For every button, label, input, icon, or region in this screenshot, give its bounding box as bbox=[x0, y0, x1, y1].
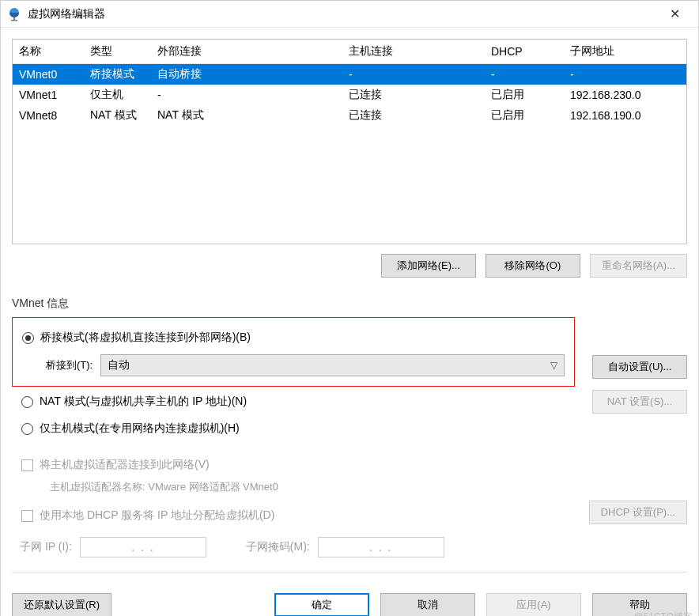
auto-settings-button[interactable]: 自动设置(U)... bbox=[592, 355, 687, 379]
cell-dhcp: 已启用 bbox=[485, 85, 564, 105]
ok-button[interactable]: 确定 bbox=[274, 593, 369, 616]
restore-defaults-button[interactable]: 还原默认设置(R) bbox=[12, 593, 111, 616]
subnet-mask-label: 子网掩码(M): bbox=[246, 540, 310, 554]
svg-rect-1 bbox=[13, 17, 15, 20]
cell-type: 仅主机 bbox=[84, 85, 151, 105]
virtual-network-editor-window: 虚拟网络编辑器 ✕ 名称 类型 外部连接 主机连接 DHCP 子网地址 bbox=[0, 0, 699, 616]
cell-subnet: - bbox=[564, 64, 686, 85]
use-local-dhcp-checkbox: 使用本地 DHCP 服务将 IP 地址分配给虚拟机(D) bbox=[21, 504, 575, 527]
cell-external: NAT 模式 bbox=[151, 105, 342, 126]
connect-host-adapter-checkbox: 将主机虚拟适配器连接到此网络(V) bbox=[21, 453, 687, 477]
subnet-ip-label: 子网 IP (I): bbox=[20, 540, 72, 554]
col-header-dhcp[interactable]: DHCP bbox=[485, 40, 564, 64]
table-row[interactable]: VMnet8 NAT 模式 NAT 模式 已连接 已启用 192.168.190… bbox=[13, 105, 686, 126]
cell-dhcp: 已启用 bbox=[485, 105, 564, 126]
network-table[interactable]: 名称 类型 外部连接 主机连接 DHCP 子网地址 VMnet0 桥接模式 自动… bbox=[12, 39, 687, 244]
bridge-mode-radio[interactable]: 桥接模式(将虚拟机直接连接到外部网络)(B) bbox=[22, 326, 565, 350]
col-header-host[interactable]: 主机连接 bbox=[342, 40, 485, 64]
apply-button[interactable]: 应用(A) bbox=[486, 593, 581, 616]
bridge-to-select[interactable]: 自动 ▽ bbox=[100, 354, 565, 376]
svg-rect-2 bbox=[11, 20, 17, 21]
rename-network-button[interactable]: 重命名网络(A)... bbox=[590, 254, 687, 278]
vmnet-info-legend: VMnet 信息 bbox=[12, 297, 69, 309]
connect-host-adapter-label: 将主机虚拟适配器连接到此网络(V) bbox=[40, 458, 210, 472]
radio-icon bbox=[21, 423, 33, 435]
cell-type: NAT 模式 bbox=[84, 105, 151, 126]
radio-icon bbox=[21, 396, 33, 408]
cell-name: VMnet8 bbox=[13, 105, 84, 126]
subnet-mask-input: . . . bbox=[318, 537, 444, 557]
host-only-mode-label: 仅主机模式(在专用网络内连接虚拟机)(H) bbox=[40, 421, 240, 436]
radio-icon bbox=[22, 332, 34, 344]
titlebar: 虚拟网络编辑器 ✕ bbox=[1, 1, 698, 28]
window-title: 虚拟网络编辑器 bbox=[28, 7, 105, 21]
cell-subnet: 192.168.230.0 bbox=[564, 85, 686, 105]
col-header-type[interactable]: 类型 bbox=[84, 40, 151, 64]
cancel-button[interactable]: 取消 bbox=[380, 593, 475, 616]
cell-name: VMnet1 bbox=[13, 85, 84, 105]
cell-host: 已连接 bbox=[342, 85, 485, 105]
table-header-row[interactable]: 名称 类型 外部连接 主机连接 DHCP 子网地址 bbox=[13, 40, 686, 64]
nat-mode-radio[interactable]: NAT 模式(与虚拟机共享主机的 IP 地址)(N) bbox=[21, 390, 575, 414]
host-only-mode-radio[interactable]: 仅主机模式(在专用网络内连接虚拟机)(H) bbox=[21, 417, 687, 440]
nat-settings-button[interactable]: NAT 设置(S)... bbox=[592, 390, 687, 414]
use-local-dhcp-label: 使用本地 DHCP 服务将 IP 地址分配给虚拟机(D) bbox=[40, 508, 274, 523]
table-row[interactable]: VMnet0 桥接模式 自动桥接 - - - bbox=[13, 64, 686, 85]
cell-type: 桥接模式 bbox=[84, 64, 151, 85]
cell-subnet: 192.168.190.0 bbox=[564, 105, 686, 126]
checkbox-icon bbox=[21, 510, 33, 522]
cell-external: - bbox=[151, 85, 342, 105]
col-header-name[interactable]: 名称 bbox=[13, 40, 84, 64]
col-header-subnet[interactable]: 子网地址 bbox=[564, 40, 686, 64]
table-row[interactable]: VMnet1 仅主机 - 已连接 已启用 192.168.230.0 bbox=[13, 85, 686, 105]
cell-host: 已连接 bbox=[342, 105, 485, 126]
bridge-mode-label: 桥接模式(将虚拟机直接连接到外部网络)(B) bbox=[40, 331, 251, 345]
app-icon bbox=[7, 7, 21, 21]
add-network-button[interactable]: 添加网络(E)... bbox=[381, 254, 476, 278]
vmnet-info-group: VMnet 信息 桥接模式(将虚拟机直接连接到外部网络)(B) 桥接到(T): … bbox=[12, 292, 687, 557]
cell-external: 自动桥接 bbox=[151, 64, 342, 85]
bridge-to-label: 桥接到(T): bbox=[46, 358, 93, 372]
cell-name: VMnet0 bbox=[13, 64, 84, 85]
host-adapter-name-label: 主机虚拟适配器名称: VMware 网络适配器 VMnet0 bbox=[21, 477, 687, 494]
cell-dhcp: - bbox=[485, 64, 564, 85]
subnet-ip-input: . . . bbox=[80, 537, 206, 557]
close-icon[interactable]: ✕ bbox=[657, 1, 692, 28]
col-header-external[interactable]: 外部连接 bbox=[151, 40, 342, 64]
chevron-down-icon: ▽ bbox=[550, 360, 557, 371]
remove-network-button[interactable]: 移除网络(O) bbox=[486, 254, 580, 278]
nat-mode-label: NAT 模式(与虚拟机共享主机的 IP 地址)(N) bbox=[40, 395, 247, 409]
cell-host: - bbox=[342, 64, 485, 85]
dhcp-settings-button[interactable]: DHCP 设置(P)... bbox=[589, 501, 687, 524]
watermark: @51CTO博客 bbox=[633, 610, 693, 616]
checkbox-icon bbox=[21, 459, 33, 471]
bridge-to-value: 自动 bbox=[108, 358, 130, 372]
